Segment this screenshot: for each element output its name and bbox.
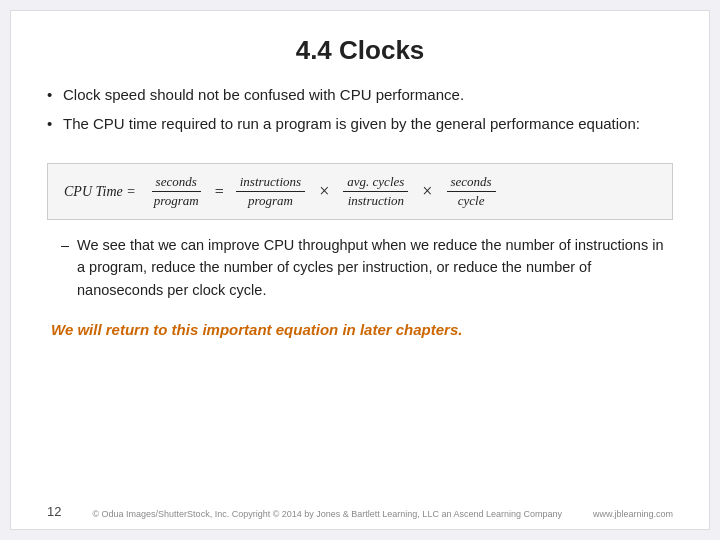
fraction-1: seconds program <box>150 174 203 209</box>
website-text: www.jblearning.com <box>593 509 673 519</box>
times-sign-1: × <box>319 181 329 202</box>
frac4-numerator: seconds <box>447 174 496 192</box>
equation-box: CPU Time = seconds program = instruction… <box>47 163 673 220</box>
slide: 4.4 Clocks Clock speed should not be con… <box>10 10 710 530</box>
times-sign-2: × <box>422 181 432 202</box>
bullet-list: Clock speed should not be confused with … <box>47 84 673 141</box>
copyright-text: © Odua Images/ShutterStock, Inc. Copyrig… <box>71 509 582 519</box>
frac3-numerator: avg. cycles <box>343 174 408 192</box>
sub-bullet: We see that we can improve CPU throughpu… <box>47 234 673 301</box>
slide-title: 4.4 Clocks <box>47 35 673 66</box>
frac4-denominator: cycle <box>454 192 489 209</box>
frac1-denominator: program <box>150 192 203 209</box>
bullet-item-2: The CPU time required to run a program i… <box>47 113 673 136</box>
fraction-4: seconds cycle <box>447 174 496 209</box>
frac2-numerator: instructions <box>236 174 305 192</box>
frac1-numerator: seconds <box>152 174 201 192</box>
frac3-denominator: instruction <box>344 192 408 209</box>
frac2-denominator: program <box>244 192 297 209</box>
bullet-item-1: Clock speed should not be confused with … <box>47 84 673 107</box>
equation-label: CPU Time = <box>64 184 136 200</box>
fraction-3: avg. cycles instruction <box>343 174 408 209</box>
equals-sign: = <box>215 183 224 201</box>
fraction-2: instructions program <box>236 174 305 209</box>
footer: 12 © Odua Images/ShutterStock, Inc. Copy… <box>47 504 673 519</box>
highlight-text: We will return to this important equatio… <box>47 321 673 338</box>
page-number: 12 <box>47 504 61 519</box>
